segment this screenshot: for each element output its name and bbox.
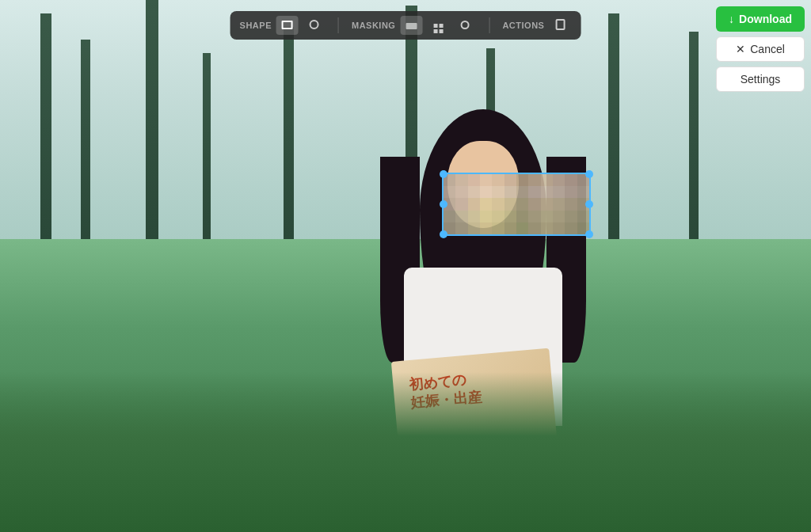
pixel-cell (541, 222, 553, 234)
handle-bottom-right[interactable] (585, 230, 593, 238)
pixel-cell (504, 222, 516, 234)
divider-1 (338, 17, 339, 33)
pixel-cell (455, 222, 467, 234)
action-panel: ↓ Download ✕ Cancel Settings (716, 6, 805, 92)
pixel-cell (480, 211, 492, 222)
pixel-cell (528, 211, 540, 222)
pixel-cell (504, 174, 516, 186)
rect-icon (282, 20, 293, 32)
toolbar: SHAPE MASKING (230, 11, 581, 40)
tree (40, 13, 51, 240)
pixel-cell (553, 174, 565, 186)
download-label: Download (739, 13, 792, 25)
shape-group: SHAPE (240, 16, 326, 35)
mask-grid-button[interactable] (427, 16, 449, 35)
shape-rect-button[interactable] (276, 16, 299, 35)
tree (689, 32, 699, 239)
pixel-cell (528, 198, 540, 210)
handle-middle-left[interactable] (440, 200, 447, 208)
circle-icon (310, 20, 319, 32)
shape-circle-button[interactable] (303, 16, 326, 35)
pixel-cell (577, 211, 589, 222)
pixel-cell (480, 222, 492, 234)
mask-rect-button[interactable] (400, 16, 422, 35)
mask-circle-button[interactable] (454, 16, 476, 35)
selection-box[interactable] (442, 173, 591, 236)
pixel-cell (504, 198, 516, 210)
pixel-cell (492, 211, 504, 222)
pixel-cell (516, 174, 528, 186)
pixel-cell (455, 198, 467, 210)
pixelated-region (444, 174, 589, 234)
masking-label: MASKING (352, 21, 395, 30)
pixel-cell (468, 211, 480, 222)
tree (608, 13, 619, 240)
handle-top-left[interactable] (440, 170, 447, 178)
pixel-cell (565, 222, 577, 234)
grass-foreground (0, 372, 811, 532)
canvas-area: 初めての妊娠・出産 SHAPE MASKING (0, 0, 811, 532)
download-arrow-icon: ↓ (729, 13, 734, 25)
tree (81, 40, 90, 239)
pixel-cell (516, 211, 528, 222)
pixel-cell (516, 186, 528, 198)
download-button[interactable]: ↓ Download (716, 6, 805, 32)
pixel-cell (516, 222, 528, 234)
settings-button[interactable]: Settings (716, 66, 805, 92)
actions-icon (555, 19, 565, 32)
pixel-grid (444, 174, 589, 234)
pixel-cell (541, 174, 553, 186)
pixel-cell (504, 186, 516, 198)
pixel-cell (528, 222, 540, 234)
pixel-cell (577, 186, 589, 198)
pixel-cell (528, 174, 540, 186)
pixel-cell (455, 174, 467, 186)
pixel-cell (480, 186, 492, 198)
handle-top-right[interactable] (585, 170, 593, 178)
pixel-cell (492, 198, 504, 210)
pixel-cell (541, 198, 553, 210)
tree (284, 27, 294, 240)
shape-label: SHAPE (240, 21, 272, 30)
tree (203, 53, 211, 239)
pixel-cell (541, 186, 553, 198)
pixel-cell (553, 222, 565, 234)
pixel-cell (516, 198, 528, 210)
pixel-cell (565, 211, 577, 222)
pixel-cell (553, 198, 565, 210)
pixel-cell (468, 186, 480, 198)
pixel-cell (504, 211, 516, 222)
pixel-cell (492, 186, 504, 198)
pixel-cell (480, 174, 492, 186)
pixel-cell (492, 174, 504, 186)
pixel-cell (468, 198, 480, 210)
pixel-cell (553, 186, 565, 198)
pixel-cell (492, 222, 504, 234)
pixel-cell (444, 186, 455, 198)
divider-2 (489, 17, 489, 33)
actions-group: ACTIONS (502, 16, 571, 35)
pixel-cell (541, 211, 553, 222)
mask-grid-icon (433, 18, 443, 33)
tree (146, 0, 158, 239)
pixel-cell (444, 211, 455, 222)
actions-button[interactable] (549, 16, 571, 35)
pixel-cell (565, 186, 577, 198)
cancel-button[interactable]: ✕ Cancel (716, 36, 805, 62)
pixel-cell (565, 198, 577, 210)
mask-circle-icon (461, 20, 470, 32)
pixel-cell (455, 186, 467, 198)
pixel-cell (468, 174, 480, 186)
handle-bottom-left[interactable] (440, 230, 447, 238)
handle-middle-right[interactable] (585, 200, 593, 208)
pixel-cell (553, 211, 565, 222)
mask-rect-icon (406, 20, 417, 32)
actions-label: ACTIONS (502, 21, 544, 30)
pixel-cell (480, 198, 492, 210)
cancel-label: Cancel (750, 43, 785, 55)
x-icon: ✕ (736, 43, 745, 55)
settings-label: Settings (741, 73, 781, 86)
masking-group: MASKING (352, 16, 476, 35)
pixel-cell (468, 222, 480, 234)
pixel-cell (565, 174, 577, 186)
